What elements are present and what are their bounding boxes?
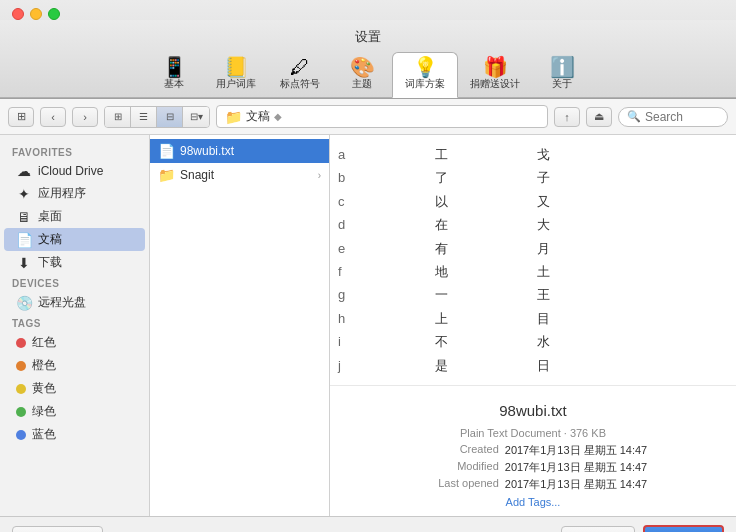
key-i: i [338,330,435,353]
new-folder-button[interactable]: New Folder [12,526,103,532]
sidebar-item-yellow[interactable]: 黄色 [4,377,145,400]
apps-icon: ✦ [16,186,32,202]
char-g1: 一 [435,283,537,306]
documents-label: 文稿 [38,231,62,248]
file-info: 98wubi.txt Plain Text Document · 376 KB … [330,386,736,516]
maximize-button[interactable] [48,8,60,20]
char-f2: 土 [537,260,639,283]
char-g3 [639,283,728,306]
char-b2: 子 [537,166,639,189]
modified-value: 2017年1月13日 星期五 14:47 [505,460,647,475]
file-item-98wubi[interactable]: 📄 98wubi.txt [150,139,329,163]
eject-button[interactable]: ⏏ [586,107,612,127]
char-e3 [639,237,728,260]
char-h2: 目 [537,307,639,330]
key-b: b [338,166,435,189]
key-d: d [338,213,435,236]
preview-panel: a 工 戈 b 了 子 c 以 又 d 在 大 [330,135,736,516]
settings-header: 设置 📱 基本 📒 用户词库 🖊 标点符号 🎨 主题 [0,0,736,99]
char-d1: 在 [435,213,537,236]
file-name-98wubi: 98wubi.txt [180,144,321,158]
desktop-icon: 🖥 [16,209,32,225]
forward-button[interactable]: › [72,107,98,127]
sidebar-item-apps[interactable]: ✦ 应用程序 [4,182,145,205]
blue-label: 蓝色 [32,426,56,443]
char-d3 [639,213,728,236]
last-opened-value: 2017年1月13日 星期五 14:47 [505,477,647,492]
modified-label: Modified [419,460,499,475]
tab-donate[interactable]: 🎁 捐赠送设计 [458,53,532,97]
view-icon-button[interactable]: ⊞ [105,107,131,127]
search-box[interactable]: 🔍 [618,107,728,127]
file-name-snagit: Snagit [180,168,312,182]
back-button[interactable]: ‹ [40,107,66,127]
sidebar-item-desktop[interactable]: 🖥 桌面 [4,205,145,228]
sidebar-item-remote-disk[interactable]: 💿 远程光盘 [4,291,145,314]
cancel-button[interactable]: Cancel [561,526,635,532]
folder-snagit-icon: 📁 [158,167,174,183]
view-column-button[interactable]: ⊟ [157,107,183,127]
sidebar-item-blue[interactable]: 蓝色 [4,423,145,446]
favorites-label: Favorites [0,143,149,160]
settings-tabs: 📱 基本 📒 用户词库 🖊 标点符号 🎨 主题 💡 词库方案 [144,52,592,97]
sidebar-item-downloads[interactable]: ⬇ 下载 [4,251,145,274]
modified-row: Modified 2017年1月13日 星期五 14:47 [342,460,724,475]
desktop-label: 桌面 [38,208,62,225]
sidebar-item-icloud[interactable]: ☁ iCloud Drive [4,160,145,182]
file-item-snagit[interactable]: 📁 Snagit › [150,163,329,187]
tab-word-lib[interactable]: 💡 词库方案 [392,52,458,98]
view-list-button[interactable]: ☰ [131,107,157,127]
char-b3 [639,166,728,189]
punctuation-icon: 🖊 [290,57,310,77]
last-opened-row: Last opened 2017年1月13日 星期五 14:47 [342,477,724,492]
sidebar-item-documents[interactable]: 📄 文稿 [4,228,145,251]
key-c: c [338,190,435,213]
add-tags-button[interactable]: Add Tags... [342,496,724,508]
sidebar-item-green[interactable]: 绿色 [4,400,145,423]
share-button[interactable]: ↑ [554,107,580,127]
tab-theme[interactable]: 🎨 主题 [332,53,392,97]
created-label: Created [419,443,499,458]
user-dict-label: 用户词库 [216,77,256,91]
close-button[interactable] [12,8,24,20]
char-f1: 地 [435,260,537,283]
char-j2: 日 [537,354,639,377]
tab-basic[interactable]: 📱 基本 [144,53,204,97]
word-lib-icon: 💡 [413,57,438,77]
sidebar-item-red[interactable]: 红色 [4,331,145,354]
downloads-label: 下载 [38,254,62,271]
view-gallery-button[interactable]: ⊟▾ [183,107,209,127]
folder-arrow-icon: › [318,170,321,181]
browser-toolbar: ⊞ ‹ › ⊞ ☰ ⊟ ⊟▾ 📁 文稿 ◆ ↑ ⏏ 🔍 [0,99,736,135]
browser-bottom-bar: New Folder Cancel Choose [0,516,736,532]
tab-user-dict[interactable]: 📒 用户词库 [204,53,268,97]
file-browser: ⊞ ‹ › ⊞ ☰ ⊟ ⊟▾ 📁 文稿 ◆ ↑ ⏏ 🔍 [0,99,736,532]
choose-button[interactable]: Choose [643,525,724,532]
about-label: 关于 [552,77,572,91]
sidebar-toggle-button[interactable]: ⊞ [8,107,34,127]
char-a3 [639,143,728,166]
tab-about[interactable]: ℹ️ 关于 [532,53,592,97]
icloud-icon: ☁ [16,163,32,179]
view-mode-group: ⊞ ☰ ⊟ ⊟▾ [104,106,210,128]
yellow-label: 黄色 [32,380,56,397]
wubi-preview: a 工 戈 b 了 子 c 以 又 d 在 大 [330,135,736,386]
search-input[interactable] [645,110,720,124]
theme-icon: 🎨 [350,57,375,77]
minimize-button[interactable] [30,8,42,20]
tab-punctuation[interactable]: 🖊 标点符号 [268,53,332,97]
char-c3 [639,190,728,213]
file-info-name: 98wubi.txt [342,402,724,419]
char-g2: 王 [537,283,639,306]
wubi-grid: a 工 戈 b 了 子 c 以 又 d 在 大 [338,143,728,377]
browser-content: Favorites ☁ iCloud Drive ✦ 应用程序 🖥 桌面 📄 文… [0,135,736,516]
apps-label: 应用程序 [38,185,86,202]
char-i2: 水 [537,330,639,353]
sidebar-item-orange[interactable]: 橙色 [4,354,145,377]
key-j: j [338,354,435,377]
documents-icon: 📄 [16,232,32,248]
char-i1: 不 [435,330,537,353]
char-a2: 戈 [537,143,639,166]
path-chevron-icon: ◆ [274,111,282,122]
settings-title: 设置 [355,28,381,46]
